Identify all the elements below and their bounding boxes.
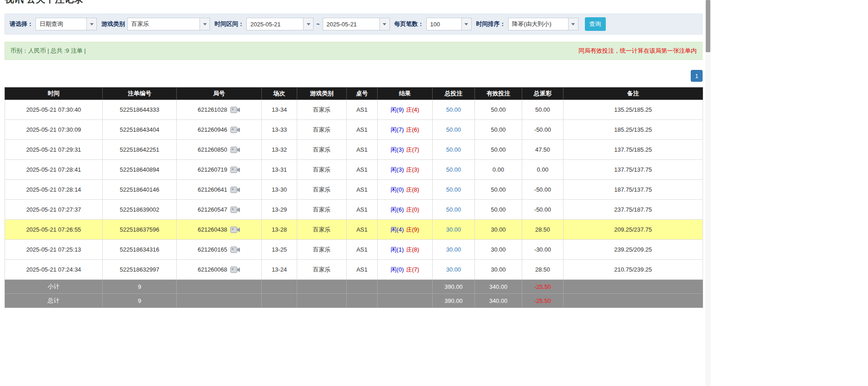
subtotal-count: 9 — [103, 280, 177, 294]
table-row: 2025-05-21 07:30:09 522518643404 6212609… — [5, 120, 703, 140]
cell-payout: 0.00 — [522, 160, 564, 180]
cell-payout: 47.50 — [522, 140, 564, 160]
cell-bet-id: 522518640146 — [103, 180, 177, 200]
banker-result: 庄(4) — [406, 106, 419, 113]
grand-total-label: 总计 — [5, 294, 103, 308]
total-bet-link[interactable]: 50.00 — [446, 126, 461, 133]
cell-table-no: AS1 — [347, 100, 378, 120]
video-replay-icon[interactable] — [230, 206, 240, 213]
total-bet-link[interactable]: 50.00 — [446, 206, 461, 213]
cell-valid-bet: 0.00 — [475, 160, 522, 180]
cell-time: 2025-05-21 07:27:37 — [5, 200, 103, 220]
cell-result: 闲(9)庄(4) — [378, 100, 433, 120]
grand-total-count: 9 — [103, 294, 177, 308]
cell-bet-id: 522518632997 — [103, 260, 177, 280]
summary-bar: 币别：人民币 | 总共 :9 注单 | 同局有效投注，统一计算在该局第一张注单内 — [5, 42, 703, 60]
vertical-scrollbar[interactable] — [705, 0, 711, 386]
banker-result: 庄(8) — [406, 246, 419, 253]
video-replay-icon[interactable] — [230, 186, 240, 193]
round-number: 621260438 — [198, 226, 227, 233]
page-size-label: 每页笔数： — [394, 20, 424, 28]
cell-note: 239.25/209.25 — [564, 240, 703, 260]
page-1-button[interactable]: 1 — [691, 70, 703, 82]
table-row: 2025-05-21 07:28:14 522518640146 6212606… — [5, 180, 703, 200]
cell-result: 闲(0)庄(8) — [378, 180, 433, 200]
total-bet-link[interactable]: 30.00 — [446, 266, 461, 273]
video-replay-icon[interactable] — [230, 146, 240, 153]
cell-result: 闲(7)庄(6) — [378, 120, 433, 140]
round-number: 621260547 — [198, 206, 227, 213]
cell-round: 621260719 — [177, 160, 262, 180]
time-sort-label: 时间排序： — [476, 20, 506, 28]
video-replay-icon[interactable] — [230, 266, 240, 273]
date-from-select[interactable]: 2025-05-21 — [246, 18, 314, 30]
cell-game-type: 百家乐 — [297, 100, 347, 120]
cell-table-no: AS1 — [347, 240, 378, 260]
date-to-select[interactable]: 2025-05-21 — [323, 18, 390, 30]
chevron-down-icon[interactable] — [200, 18, 210, 30]
col-payout: 总派彩 — [522, 88, 564, 100]
time-sort-select[interactable]: 降幂(由大到小) — [508, 18, 579, 30]
cell-total-bet: 50.00 — [433, 160, 475, 180]
cell-note: 135.25/185.25 — [564, 100, 703, 120]
cell-bet-id: 522518640894 — [103, 160, 177, 180]
total-bet-link[interactable]: 30.00 — [446, 246, 461, 253]
cell-valid-bet: 30.00 — [475, 220, 522, 240]
chevron-down-icon[interactable] — [379, 18, 389, 30]
subtotal-row: 小计 9 390.00 340.00 -25.50 — [5, 280, 703, 294]
grand-total-empty — [378, 294, 433, 308]
page-size-select[interactable]: 100 — [426, 18, 472, 30]
video-replay-icon[interactable] — [230, 126, 240, 134]
cell-table-no: AS1 — [347, 180, 378, 200]
date-query-select-value: 日期查询 — [36, 18, 86, 30]
chevron-down-icon[interactable] — [86, 18, 96, 30]
cell-valid-bet: 30.00 — [475, 260, 522, 280]
cell-payout: 28.50 — [522, 260, 564, 280]
total-bet-link[interactable]: 50.00 — [446, 166, 461, 173]
total-bet-link[interactable]: 50.00 — [446, 106, 461, 113]
video-replay-icon[interactable] — [230, 246, 240, 253]
cell-total-bet: 30.00 — [433, 260, 475, 280]
cell-bet-id: 522518644333 — [103, 100, 177, 120]
total-bet-link[interactable]: 50.00 — [446, 186, 461, 193]
table-row: 2025-05-21 07:27:37 522518639002 6212605… — [5, 200, 703, 220]
total-bet-link[interactable]: 50.00 — [446, 146, 461, 153]
chevron-down-icon[interactable] — [568, 18, 578, 30]
cell-round: 621260946 — [177, 120, 262, 140]
pagination: 1 — [5, 70, 703, 82]
player-result: 闲(1) — [391, 246, 404, 253]
video-replay-icon[interactable] — [230, 166, 240, 173]
round-number: 621260850 — [198, 146, 227, 153]
cell-payout: 28.50 — [522, 220, 564, 240]
table-header-row: 时间 注单编号 局号 场次 游戏类别 桌号 结果 总投注 有效投注 总派彩 备注 — [5, 88, 703, 100]
cell-time: 2025-05-21 07:30:40 — [5, 100, 103, 120]
table-row: 2025-05-21 07:29:31 522518642251 6212608… — [5, 140, 703, 160]
cell-game-type: 百家乐 — [297, 160, 347, 180]
col-bet-id: 注单编号 — [103, 88, 177, 100]
select-label: 请选择： — [10, 20, 33, 28]
cell-table-no: AS1 — [347, 220, 378, 240]
cell-note: 137.75/185.25 — [564, 140, 703, 160]
video-replay-icon[interactable] — [230, 106, 240, 114]
video-replay-icon[interactable] — [230, 226, 240, 233]
chevron-down-icon[interactable] — [461, 18, 471, 30]
subtotal-label: 小计 — [5, 280, 103, 294]
total-bet-link[interactable]: 30.00 — [446, 226, 461, 233]
cell-time: 2025-05-21 07:26:55 — [5, 220, 103, 240]
game-type-select[interactable]: 百家乐 — [127, 18, 210, 30]
col-valid-bet: 有效投注 — [475, 88, 522, 100]
tilde-separator: ~ — [316, 21, 320, 28]
cell-note: 137.75/137.75 — [564, 160, 703, 180]
subtotal-empty — [177, 280, 262, 294]
cell-total-bet: 50.00 — [433, 120, 475, 140]
page-size-value: 100 — [427, 18, 461, 30]
col-time: 时间 — [5, 88, 103, 100]
cell-session: 13-28 — [262, 220, 297, 240]
query-button[interactable]: 查询 — [585, 17, 606, 31]
chevron-down-icon[interactable] — [303, 18, 313, 30]
scrollbar-thumb[interactable] — [706, 0, 710, 52]
currency-total-text: 币别：人民币 | 总共 :9 注单 | — [10, 47, 86, 55]
cell-result: 闲(6)庄(0) — [378, 200, 433, 220]
date-query-select[interactable]: 日期查询 — [35, 18, 97, 30]
table-body: 2025-05-21 07:30:40 522518644333 6212610… — [5, 100, 703, 280]
